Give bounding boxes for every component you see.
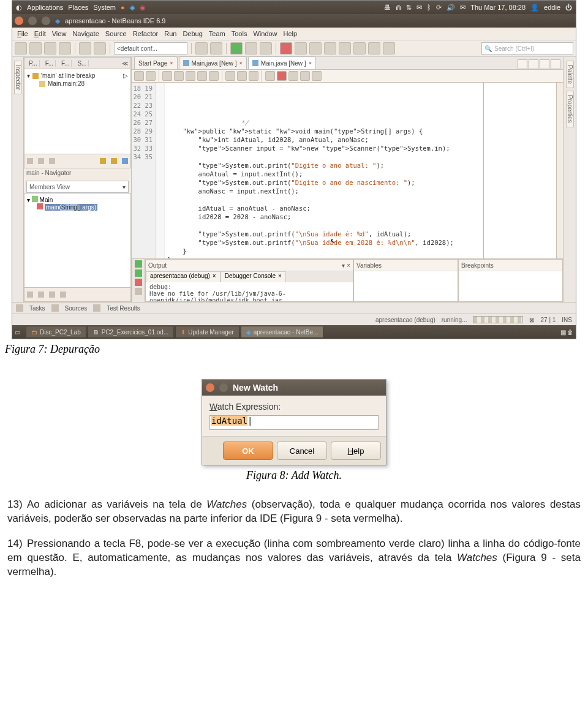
maximize-editor-icon[interactable] <box>551 59 560 69</box>
blue-icon[interactable] <box>122 158 128 164</box>
new-project-icon[interactable] <box>29 42 42 55</box>
user-icon[interactable]: 👤 <box>530 4 539 12</box>
menu-edit[interactable]: Edit <box>34 30 46 37</box>
breakpoints-body[interactable] <box>459 271 562 301</box>
source-view-icon[interactable] <box>134 71 144 81</box>
step-into-icon[interactable] <box>339 42 351 55</box>
rerun-failed-icon[interactable] <box>135 269 142 277</box>
menu-debug[interactable]: Debug <box>183 30 202 37</box>
menu-window[interactable]: Window <box>253 30 277 37</box>
trash-icon[interactable]: 🗑 <box>567 329 573 336</box>
e-ico[interactable] <box>162 71 172 81</box>
task-doc[interactable]: 🗎PC2_Exercicios_01.od... <box>88 326 175 338</box>
e-ico[interactable] <box>237 71 247 81</box>
task-disc[interactable]: 🗀Disc_PC2_Lab <box>26 326 86 338</box>
ico2[interactable] <box>38 158 44 164</box>
close-icon[interactable]: × <box>213 273 216 282</box>
clean-build-icon[interactable] <box>210 42 222 55</box>
menu-file[interactable]: File <box>17 30 28 37</box>
run-icon[interactable] <box>230 42 243 55</box>
nav-ico1[interactable] <box>27 291 33 298</box>
menu-run[interactable]: Run <box>164 30 176 37</box>
menu-refactor[interactable]: Refactor <box>133 30 159 37</box>
e-ico[interactable] <box>300 71 310 81</box>
menu-tools[interactable]: Tools <box>232 30 247 37</box>
close-icon[interactable]: × <box>278 273 282 282</box>
dialog-minimize-icon[interactable] <box>219 383 228 392</box>
firefox-icon[interactable]: ● <box>121 4 125 11</box>
maximize-window-icon[interactable] <box>42 17 50 25</box>
tab-start-page[interactable]: Start Page× <box>134 56 178 69</box>
menu-navigate[interactable]: Navigate <box>72 30 99 37</box>
stop-icon[interactable] <box>280 42 292 55</box>
task-update[interactable]: ⬆Update Manager <box>175 326 239 338</box>
tab-fav[interactable]: F... <box>59 60 72 67</box>
dropdown-tabs-icon[interactable] <box>540 59 549 69</box>
e-ico[interactable] <box>209 71 219 81</box>
workspace-switcher-icon[interactable]: ▦ <box>560 329 566 336</box>
printer-icon[interactable]: 🖶 <box>384 4 391 11</box>
tab-sources[interactable]: Sources <box>65 305 88 312</box>
menu-system[interactable]: System <box>93 4 116 11</box>
cancel-button[interactable]: Cancel <box>277 442 327 460</box>
e-ico[interactable] <box>312 71 322 81</box>
e-ico[interactable] <box>186 71 195 81</box>
save-all-icon[interactable] <box>59 42 71 55</box>
lock-icon[interactable] <box>100 158 106 164</box>
show-desktop-icon[interactable]: ▭ <box>15 329 24 336</box>
ico1[interactable] <box>27 158 33 164</box>
watch-expression-input[interactable]: idAtual| <box>209 415 379 430</box>
nav-ico3[interactable] <box>49 291 55 298</box>
e-ico[interactable] <box>249 71 258 81</box>
network-icon[interactable]: ⇅ <box>406 4 412 12</box>
variables-body[interactable] <box>354 271 458 301</box>
inspector-tab[interactable]: Inspector <box>14 61 22 94</box>
nav-ico2[interactable] <box>38 291 44 298</box>
next-tab-icon[interactable] <box>529 59 538 69</box>
step-out-icon[interactable] <box>353 42 366 55</box>
menu-source[interactable]: Source <box>105 30 127 37</box>
quick-search-input[interactable]: 🔍 Search (Ctrl+I) <box>481 42 573 55</box>
e-ico[interactable] <box>225 71 235 81</box>
tab-tasks[interactable]: Tasks <box>29 305 45 312</box>
history-icon[interactable] <box>146 71 156 81</box>
palette-tab[interactable]: Palette <box>566 61 574 88</box>
projects-tree[interactable]: ▾ 'main' at line breakp ▷ Main.main:28 <box>24 69 131 154</box>
code-editor[interactable]: 18 19 20 21 22 23 24 25 26 27 28 29 30 3… <box>132 83 563 258</box>
debug-icon[interactable] <box>245 42 257 55</box>
tab-main-java-1[interactable]: Main.java [New ]× <box>179 56 247 69</box>
e-ico[interactable] <box>174 71 184 81</box>
code-content[interactable]: ↖ */ "kw">public "kw">static "kw">void m… <box>165 83 556 258</box>
tab-projects[interactable]: P... <box>27 60 40 67</box>
close-tab-icon[interactable]: × <box>309 60 312 66</box>
ok-button[interactable]: OK <box>223 442 273 460</box>
continue-icon[interactable] <box>309 42 322 55</box>
app-icon-2[interactable]: ◉ <box>140 4 146 12</box>
e-ico[interactable] <box>288 71 298 81</box>
menu-applications[interactable]: Applications <box>27 4 63 11</box>
prev-tab-icon[interactable] <box>518 59 527 69</box>
stop-out-icon[interactable] <box>135 279 142 286</box>
power-icon[interactable]: ⏻ <box>565 4 572 11</box>
rerun-icon[interactable] <box>135 260 142 268</box>
apply-changes-icon[interactable] <box>383 42 395 55</box>
config-combo[interactable]: <default conf... <box>114 42 187 55</box>
task-netbeans[interactable]: ◆apresentacao - NetBe... <box>241 326 324 338</box>
menu-view[interactable]: View <box>52 30 67 37</box>
navigator-selected-item[interactable]: main(String[] args) <box>45 204 97 211</box>
ico3[interactable] <box>49 158 55 164</box>
redo-icon[interactable] <box>94 42 106 55</box>
output-tab-debug[interactable]: apresentacao (debug) × <box>146 271 221 282</box>
tab-services[interactable]: S... <box>75 60 89 67</box>
out-ico[interactable] <box>135 288 142 295</box>
run-to-cursor-icon[interactable] <box>368 42 380 55</box>
new-file-icon[interactable] <box>15 42 27 55</box>
mail-icon[interactable]: ✉ <box>460 4 466 12</box>
output-body[interactable]: debug: Have no file for /usr/lib/jvm/jav… <box>146 282 353 301</box>
help-button[interactable]: Help <box>331 442 381 460</box>
e-ico[interactable] <box>197 71 207 81</box>
open-icon[interactable] <box>44 42 56 55</box>
properties-tab[interactable]: Properties <box>566 91 574 127</box>
profile-icon[interactable] <box>260 42 272 55</box>
undo-icon[interactable] <box>79 42 91 55</box>
